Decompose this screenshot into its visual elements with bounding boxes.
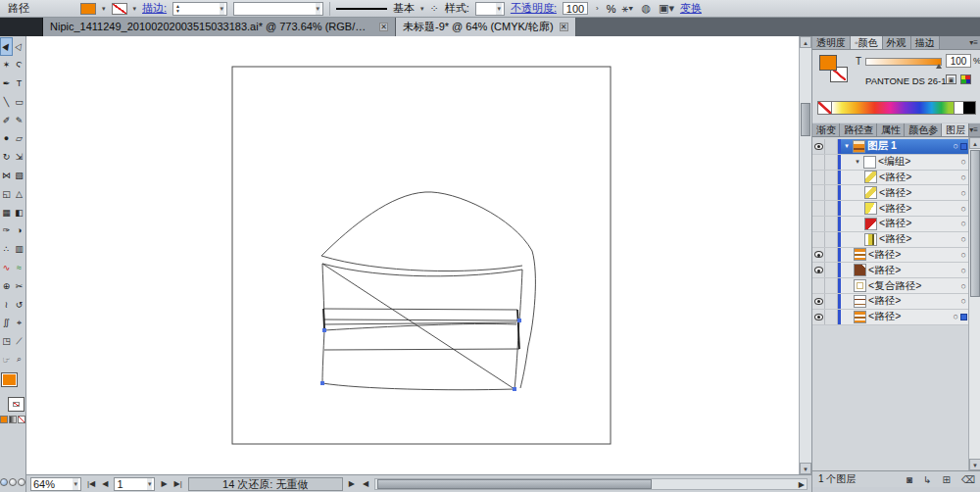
lock-toggle[interactable] <box>825 155 838 170</box>
tab-color-group-2[interactable]: ◦颜色 <box>851 36 883 49</box>
blend-tool[interactable]: ◑ <box>13 221 25 240</box>
slice-tool[interactable]: ✂ <box>13 276 25 295</box>
hscroll-right-icon[interactable]: ▶ <box>797 480 807 489</box>
brush-dropdown-icon[interactable]: ▾ <box>420 5 424 13</box>
target-circle-icon[interactable]: ○ <box>961 234 968 244</box>
layer-row-1[interactable]: ▾图层 1○ <box>812 139 968 155</box>
tab-color-group-1[interactable]: 透明度 <box>812 36 851 49</box>
document-tab-2[interactable]: 未标题-9* @ 64% (CMYK/轮廓)✕ <box>396 18 576 36</box>
type-tool[interactable]: T <box>13 74 25 93</box>
draw-inside-button[interactable] <box>18 478 25 486</box>
measure-tool[interactable]: ⌖ <box>13 314 25 332</box>
curvature-tool[interactable]: ∿ <box>0 259 13 277</box>
scroll-up-icon[interactable]: ▲ <box>800 36 811 48</box>
fill-dropdown-icon[interactable]: ▾ <box>102 5 106 13</box>
lock-toggle[interactable] <box>825 201 838 216</box>
tab-layers-group-3[interactable]: 属性 <box>877 123 905 136</box>
line-segment-tool[interactable]: ╲ <box>0 92 13 111</box>
layer-row-9[interactable]: <路径>○ <box>812 263 968 278</box>
tint-value-input[interactable]: 100 <box>946 54 971 68</box>
stroke-dropdown-icon[interactable]: ▾ <box>133 5 137 13</box>
recolor-artwork-icon[interactable]: ◍ <box>641 2 651 15</box>
artboard-nav-combo[interactable]: 1▾ <box>114 477 155 491</box>
align-icon[interactable]: ▣▾ <box>659 2 674 15</box>
color-mode-icon[interactable] <box>960 74 971 84</box>
target-circle-icon[interactable]: ○ <box>961 157 968 167</box>
lasso-tool[interactable]: Ϛ <box>13 56 25 74</box>
knife-tool[interactable]: ⟋ <box>13 332 25 351</box>
lock-toggle[interactable] <box>825 232 838 247</box>
visibility-toggle[interactable] <box>812 310 825 324</box>
wrinkle-tool[interactable]: ∬ <box>0 314 13 332</box>
visibility-toggle[interactable] <box>812 171 825 185</box>
visibility-toggle[interactable] <box>812 248 825 263</box>
eraser-tool[interactable]: ▱ <box>13 129 25 148</box>
mesh-tool[interactable]: ▦ <box>0 203 13 221</box>
scroll-down-icon[interactable]: ▼ <box>800 463 811 474</box>
layer-row-2[interactable]: ▾<编组>○ <box>812 155 968 171</box>
tab-layers-group-4[interactable]: 颜色参 <box>905 123 942 136</box>
fill-proxy[interactable] <box>1 372 18 387</box>
spectrum-white-swatch[interactable] <box>954 102 963 114</box>
target-circle-icon[interactable]: ○ <box>961 188 968 198</box>
swatch-library-icon[interactable]: ▣ <box>946 74 956 84</box>
lock-toggle[interactable] <box>825 294 838 309</box>
gradient-tool[interactable]: ◧ <box>13 203 25 221</box>
selection-tool[interactable]: ▶ <box>0 37 13 56</box>
warp-tool[interactable]: ≀ <box>0 295 13 314</box>
transform-link[interactable]: 变换 <box>680 1 702 16</box>
document-tab-1[interactable]: Nipic_1411249_20100202003515033183.ai* @… <box>43 18 396 36</box>
cake-edge-path[interactable] <box>323 309 324 330</box>
visibility-toggle[interactable] <box>812 185 825 200</box>
first-artboard-icon[interactable]: |◀ <box>85 479 97 488</box>
canvas-area[interactable]: ▲ ▼ <box>26 36 811 474</box>
vertical-scrollbar[interactable]: ▲ ▼ <box>799 36 811 474</box>
opacity-popup-arrow[interactable]: › <box>594 4 601 13</box>
layer-row-10[interactable]: <复合路径>○ <box>812 278 968 294</box>
horizontal-scroll-thumb[interactable] <box>377 479 652 489</box>
tab-layers-group-1[interactable]: 渐变 <box>812 123 840 136</box>
perspective-grid-tool[interactable]: △ <box>13 184 25 203</box>
scale-tool[interactable]: ⇲ <box>13 148 25 167</box>
twirl-tool[interactable]: ↺ <box>13 295 25 314</box>
lock-toggle[interactable] <box>825 310 838 324</box>
draw-behind-button[interactable] <box>9 478 17 486</box>
color-mode-button[interactable] <box>0 416 8 423</box>
lock-toggle[interactable] <box>825 171 838 185</box>
layer-row-11[interactable]: <路径>○ <box>812 294 968 310</box>
tint-slider-handle[interactable] <box>936 64 942 69</box>
layers-scroll-up-icon[interactable]: ▲ <box>969 137 980 149</box>
spectrum-none-swatch[interactable] <box>818 102 832 114</box>
panel-menu-icon[interactable]: ▾≡ <box>969 36 980 49</box>
smooth-tool[interactable]: ≈ <box>13 259 25 277</box>
next-artboard-icon[interactable]: ▶ <box>159 479 169 488</box>
target-circle-icon[interactable]: ○ <box>961 281 968 291</box>
visibility-toggle[interactable] <box>812 278 825 293</box>
blob-brush-tool[interactable]: ● <box>0 129 13 148</box>
visibility-toggle[interactable] <box>812 217 825 231</box>
stroke-color-swatch[interactable] <box>112 3 127 15</box>
visibility-toggle[interactable] <box>812 201 825 216</box>
column-graph-tool[interactable]: ▥ <box>13 240 25 259</box>
lock-toggle[interactable] <box>825 278 838 293</box>
crop-tool[interactable]: ◳ <box>0 332 13 351</box>
style-combo[interactable]: ▾ <box>475 2 505 16</box>
tab-color-group-3[interactable]: 外观 <box>883 36 911 49</box>
hscroll-left-icon[interactable]: ◀ <box>361 479 370 488</box>
panel-menu-icon[interactable]: ▾≡ <box>969 123 980 136</box>
shape-builder-tool[interactable]: ◱ <box>0 184 13 203</box>
select-similar-icon[interactable]: ⚹▾ <box>621 2 633 15</box>
layer-row-7[interactable]: <路径>○ <box>812 232 968 248</box>
rotate-tool[interactable]: ↻ <box>0 148 13 167</box>
lock-toggle[interactable] <box>825 248 838 263</box>
visibility-toggle[interactable] <box>812 139 825 154</box>
tab-layers-group-5[interactable]: 图层 <box>942 123 969 136</box>
none-mode-button[interactable] <box>18 416 25 423</box>
stroke-proxy[interactable] <box>8 397 24 412</box>
anchor-point[interactable] <box>517 319 521 322</box>
stroke-weight-link[interactable]: 描边: <box>142 1 167 16</box>
layers-scrollbar[interactable]: ▲ ▼ <box>968 137 980 470</box>
rectangle-tool[interactable]: ▭ <box>13 92 25 111</box>
layer-row-5[interactable]: <路径>○ <box>812 201 968 217</box>
spectrum-black-swatch[interactable] <box>963 102 975 114</box>
